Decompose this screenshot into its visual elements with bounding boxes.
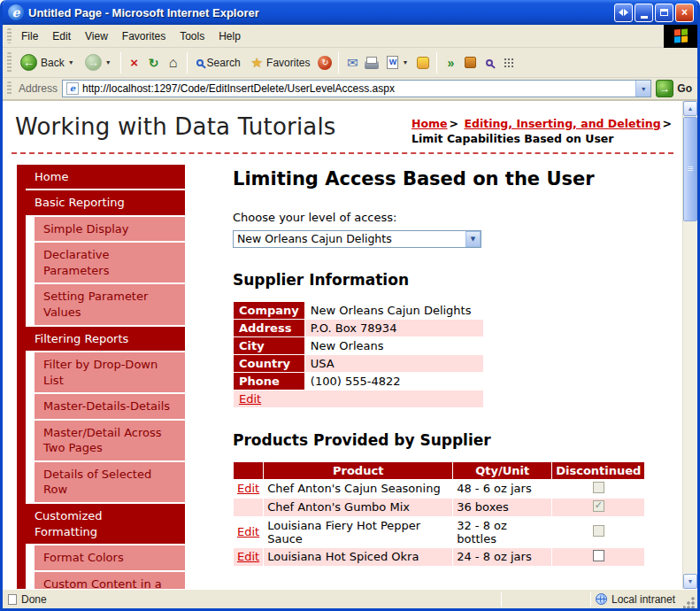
sidebar-nav: Home Basic Reporting Simple Display Decl… (17, 165, 185, 589)
menu-tools[interactable]: Tools (173, 27, 212, 46)
menu-view[interactable]: View (78, 27, 115, 46)
back-button[interactable]: ← Back ▼ (16, 51, 79, 73)
edit-link[interactable]: Edit (237, 525, 259, 538)
edit-dropdown-icon[interactable]: ▼ (402, 59, 408, 66)
toolbar-separator (187, 52, 188, 73)
search-icon (196, 59, 204, 66)
search-button[interactable]: Search (192, 54, 245, 72)
refresh-button[interactable]: ↻ (145, 54, 163, 72)
vertical-scrollbar[interactable]: ▲ ▼ (682, 101, 697, 589)
stop-button[interactable]: × (126, 54, 143, 72)
column-header-edit (234, 461, 264, 479)
table-row: Edit (234, 390, 484, 407)
sidebar-item-custom-content[interactable]: Custom Content in a (35, 572, 185, 589)
extension-button-2[interactable] (461, 54, 479, 72)
messenger-icon (417, 57, 429, 69)
forward-dropdown-icon[interactable]: ▼ (105, 59, 112, 66)
extension-button-4[interactable] (500, 54, 518, 72)
mail-button[interactable]: ✉ (343, 54, 361, 72)
sidebar-item-format-colors[interactable]: Format Colors (35, 545, 185, 570)
close-button[interactable]: × (675, 4, 694, 22)
edit-link[interactable]: Edit (237, 482, 259, 495)
table-row: CountryUSA (234, 354, 484, 372)
breadcrumb-current: Limit Capabilities Based on User (412, 132, 613, 145)
extension-button-3[interactable] (481, 54, 498, 72)
research-icon (486, 59, 493, 66)
status-text: Done (21, 593, 47, 606)
history-button[interactable]: ↻ (316, 54, 334, 72)
toolbar-grip[interactable] (7, 52, 12, 73)
menu-file[interactable]: File (14, 27, 45, 46)
messenger-button[interactable] (414, 54, 432, 72)
local-intranet-icon (596, 593, 607, 605)
scroll-down-button[interactable]: ▼ (683, 574, 697, 589)
edit-link[interactable]: Edit (237, 550, 259, 563)
address-dropdown-button[interactable]: ▼ (635, 81, 650, 97)
sidebar-item-customized-formatting[interactable]: Customized Formatting (17, 504, 185, 544)
resize-grip[interactable] (683, 596, 696, 608)
forward-button[interactable]: → ▼ (81, 51, 116, 73)
forward-icon: → (85, 54, 102, 71)
table-row: Edit Louisiana Fiery Hot Pepper Sauce 32… (234, 516, 645, 547)
page-title: Limiting Access Based on the User (233, 168, 659, 189)
discontinued-checkbox[interactable] (593, 550, 604, 561)
scrollbar-track[interactable] (683, 222, 697, 574)
windows-flag-icon (674, 28, 688, 43)
breadcrumb: Home> Editing, Inserting, and Deleting> … (412, 113, 677, 147)
breadcrumb-section-link[interactable]: Editing, Inserting, and Deleting (464, 117, 660, 130)
access-level-dropdown[interactable]: New Orleans Cajun Delights ▼ (233, 230, 481, 248)
sidebar-item-home[interactable]: Home (17, 165, 185, 189)
supplier-value: New Orleans Cajun Delights (304, 301, 483, 319)
scroll-up-button[interactable]: ▲ (683, 101, 697, 116)
sidebar-item-filter-by-dropdown[interactable]: Filter by Drop-Down List (35, 352, 185, 392)
supplier-heading: Supplier Information (233, 271, 659, 289)
breadcrumb-home-link[interactable]: Home (412, 117, 448, 130)
sidebar-item-master-detail-two-pages[interactable]: Master/Detail Across Two Pages (35, 421, 185, 460)
table-row: Edit Chef Anton's Cajun Seasoning 48 - 6… (234, 479, 645, 498)
word-document-icon: W (387, 56, 398, 69)
scrollbar-thumb[interactable] (683, 117, 697, 221)
chevron-down-icon[interactable]: ▼ (465, 231, 481, 247)
window-arrows-button[interactable] (614, 4, 633, 22)
edit-link[interactable]: Edit (239, 392, 261, 406)
minimize-button[interactable] (635, 4, 653, 22)
toolbar-separator (120, 52, 121, 73)
sidebar-item-master-details-details[interactable]: Master-Details-Details (35, 394, 185, 419)
back-dropdown-icon[interactable]: ▼ (68, 59, 74, 66)
supplier-label: Country (234, 354, 305, 372)
print-button[interactable] (363, 54, 381, 72)
sidebar-item-simple-display[interactable]: Simple Display (35, 217, 185, 242)
sidebar-item-filtering-reports[interactable]: Filtering Reports (17, 327, 185, 352)
supplier-value: New Orleans (304, 336, 483, 354)
favorites-button[interactable]: ★ Favorites (247, 52, 315, 73)
supplier-label: Address (234, 319, 305, 336)
sidebar-item-basic-reporting[interactable]: Basic Reporting (17, 190, 185, 215)
go-button[interactable]: → Go (656, 80, 692, 97)
toolbar-grip[interactable] (7, 81, 12, 97)
table-header-row: Product Qty/Unit Discontinued (234, 461, 645, 479)
sidebar-item-setting-parameter-values[interactable]: Setting Parameter Values (35, 284, 185, 324)
menu-help[interactable]: Help (212, 27, 248, 46)
status-bar: Done Local intranet (3, 589, 697, 608)
supplier-label: City (234, 336, 305, 354)
title-bar[interactable]: e Untitled Page - Microsoft Internet Exp… (3, 0, 697, 25)
sidebar-item-details-selected-row[interactable]: Details of Selected Row (35, 462, 185, 502)
maximize-button[interactable] (655, 4, 673, 22)
product-cell: Chef Anton's Gumbo Mix (264, 498, 453, 516)
edit-with-word-button[interactable]: W ▼ (382, 53, 412, 72)
toolbar-grip[interactable] (7, 28, 12, 44)
supplier-value: (100) 555-4822 (304, 372, 483, 390)
menu-favorites[interactable]: Favorites (115, 27, 173, 46)
access-level-label: Choose your level of access: (233, 211, 659, 224)
extension-button-1[interactable]: » (442, 54, 459, 72)
address-input[interactable] (82, 81, 635, 96)
sidebar-item-declarative-parameters[interactable]: Declarative Parameters (35, 243, 185, 282)
ie-logo-icon: e (8, 4, 24, 20)
access-level-value: New Orleans Cajun Delights (234, 232, 465, 245)
status-zone-text: Local intranet (612, 593, 675, 606)
home-button[interactable]: ⌂ (165, 54, 182, 72)
qty-cell: 48 - 6 oz jars (453, 479, 552, 498)
supplier-label: Phone (234, 372, 305, 390)
discontinued-cell (552, 547, 645, 566)
menu-edit[interactable]: Edit (45, 27, 78, 46)
